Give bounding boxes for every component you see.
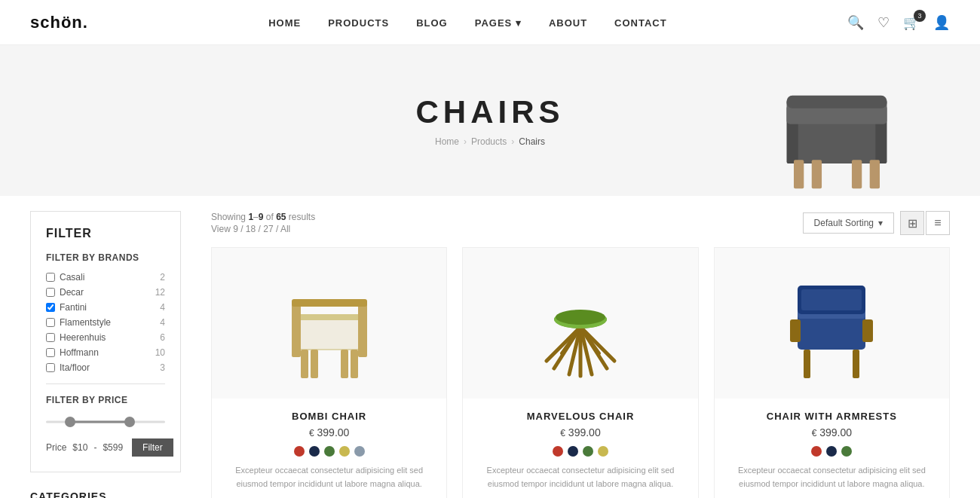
filter-title: FILTER — [46, 227, 165, 240]
view-toggle: ⊞ ≡ — [900, 211, 950, 235]
swatch-navy[interactable] — [309, 446, 320, 457]
svg-rect-32 — [790, 319, 801, 342]
price-handle-max[interactable] — [124, 417, 135, 427]
svg-rect-17 — [341, 350, 348, 378]
nav-links: HOME PRODUCTS BLOG PAGES ▾ ABOUT CONTACT — [268, 17, 667, 29]
product-card-2[interactable]: MARVELOUS CHAIR € 399.00 Excepteur occae… — [462, 247, 698, 498]
swatch-yellow[interactable] — [598, 446, 608, 457]
brand-checkbox-flamentstyle[interactable] — [46, 318, 55, 327]
svg-rect-35 — [801, 289, 862, 310]
page-title: CHAIRS — [415, 94, 564, 130]
view-all-link[interactable]: All — [280, 224, 290, 234]
list-icon: ≡ — [934, 216, 941, 230]
grid-view-button[interactable]: ⊞ — [900, 211, 924, 235]
svg-rect-9 — [299, 316, 360, 350]
svg-rect-37 — [853, 350, 859, 378]
brand-checkbox-heerenhuis[interactable] — [46, 333, 55, 342]
swatch-red[interactable] — [811, 446, 822, 457]
svg-rect-14 — [301, 350, 308, 378]
nav-item-about[interactable]: ABOUT — [549, 17, 587, 29]
view-9-link[interactable]: 9 — [233, 224, 238, 234]
brand-list: Casali 2 Decar 12 Fantini 4 — [46, 272, 165, 373]
nav-item-pages[interactable]: PAGES ▾ — [475, 17, 522, 29]
brand-count-fantini: 4 — [160, 302, 165, 313]
nav-item-products[interactable]: PRODUCTS — [328, 17, 389, 29]
price-section: Filter by Price Price $10 - $599 Filter — [46, 395, 165, 457]
swatch-olive[interactable] — [841, 446, 852, 457]
hero-chair-image — [769, 49, 905, 192]
brand-checkbox-fantini[interactable] — [46, 303, 55, 312]
categories-section: CATEGORIES CHAIRS 12 SOFAS 24 ARMCHAIRS … — [30, 490, 181, 498]
swatch-red[interactable] — [553, 446, 563, 457]
brand-count-casali: 2 — [160, 272, 165, 283]
brand-checkbox-casali[interactable] — [46, 273, 55, 282]
list-view-button[interactable]: ≡ — [926, 211, 950, 235]
product-info-1: BOMBI CHAIR € 399.00 Excepteur occaecat … — [212, 399, 446, 498]
nav-item-blog[interactable]: BLOG — [416, 17, 448, 29]
swatch-navy[interactable] — [826, 446, 837, 457]
grid-icon: ⊞ — [908, 216, 917, 231]
brand-label-hoffmann: Hoffmann — [60, 347, 99, 358]
product-toolbar: Showing 1–9 of 65 results View 9 / 18 / … — [211, 211, 950, 235]
nav-item-contact[interactable]: CONTACT — [614, 17, 667, 29]
svg-rect-12 — [358, 301, 367, 357]
cart-icon[interactable]: 🛒 3 — [903, 14, 920, 31]
svg-rect-5 — [870, 160, 880, 188]
brand-count-itafloor: 3 — [160, 362, 165, 373]
brand-checkbox-hoffmann[interactable] — [46, 348, 55, 357]
svg-rect-6 — [812, 160, 822, 188]
brand-count-hoffmann: 10 — [155, 347, 165, 358]
product-area: Showing 1–9 of 65 results View 9 / 18 / … — [211, 211, 950, 498]
breadcrumb-products[interactable]: Products — [471, 136, 507, 147]
product-card-1[interactable]: BOMBI CHAIR € 399.00 Excepteur occaecat … — [211, 247, 447, 498]
swatch-yellow[interactable] — [339, 446, 350, 457]
logo[interactable]: schön. — [30, 13, 88, 32]
swatch-olive[interactable] — [583, 446, 593, 457]
brand-item-decar: Decar 12 — [46, 287, 165, 298]
swatch-red[interactable] — [294, 446, 305, 457]
product-image-bombi — [280, 263, 378, 383]
sort-dropdown[interactable]: Default Sorting ▾ — [803, 212, 894, 234]
svg-rect-0 — [794, 121, 880, 163]
filter-box: FILTER Filter by Brands Casali 2 Decar 1… — [30, 211, 181, 472]
brand-checkbox-itafloor[interactable] — [46, 363, 55, 372]
product-price-3: € 399.00 — [727, 426, 937, 438]
toolbar-right: Default Sorting ▾ ⊞ ≡ — [803, 211, 950, 235]
color-swatches-2 — [475, 446, 685, 457]
breadcrumb: Home › Products › Chairs — [435, 136, 545, 147]
cart-badge: 3 — [914, 10, 926, 22]
svg-rect-33 — [862, 319, 873, 342]
color-swatches-1 — [224, 446, 434, 457]
brand-item-casali: Casali 2 — [46, 272, 165, 283]
filter-apply-button[interactable]: Filter — [132, 438, 173, 457]
search-icon[interactable]: 🔍 — [847, 14, 864, 31]
brand-label-heerenhuis: Heerenhuis — [60, 332, 106, 343]
swatch-green[interactable] — [324, 446, 335, 457]
breadcrumb-home[interactable]: Home — [435, 136, 459, 147]
nav-item-home[interactable]: HOME — [268, 17, 301, 29]
brand-checkbox-decar[interactable] — [46, 288, 55, 297]
price-slider-fill — [70, 421, 130, 423]
showing-text: Showing 1–9 of 65 results — [211, 212, 315, 222]
wishlist-icon[interactable]: ♡ — [877, 14, 890, 31]
svg-rect-4 — [794, 160, 804, 188]
product-desc-1: Excepteur occaecat consectetur adipisici… — [224, 464, 434, 490]
swatch-gray[interactable] — [354, 446, 365, 457]
swatch-navy[interactable] — [568, 446, 578, 457]
svg-rect-15 — [351, 350, 358, 378]
price-separator: - — [93, 442, 96, 453]
price-slider[interactable] — [46, 414, 165, 429]
account-icon[interactable]: 👤 — [933, 14, 950, 31]
brand-count-heerenhuis: 6 — [160, 332, 165, 343]
svg-rect-13 — [292, 299, 367, 307]
brand-count-flamentstyle: 4 — [160, 317, 165, 328]
price-handle-min[interactable] — [65, 417, 75, 427]
product-name-3: CHAIR WITH ARMRESTS — [727, 411, 937, 422]
showing-info: Showing 1–9 of 65 results View 9 / 18 / … — [211, 212, 315, 234]
color-swatches-3 — [727, 446, 937, 457]
view-18-link[interactable]: 18 — [246, 224, 256, 234]
view-27-link[interactable]: 27 — [263, 224, 273, 234]
price-info: Price $10 - $599 Filter — [46, 438, 165, 457]
product-card-3[interactable]: CHAIR WITH ARMRESTS € 399.00 Excepteur o… — [714, 247, 950, 498]
product-info-3: CHAIR WITH ARMRESTS € 399.00 Excepteur o… — [715, 399, 949, 498]
